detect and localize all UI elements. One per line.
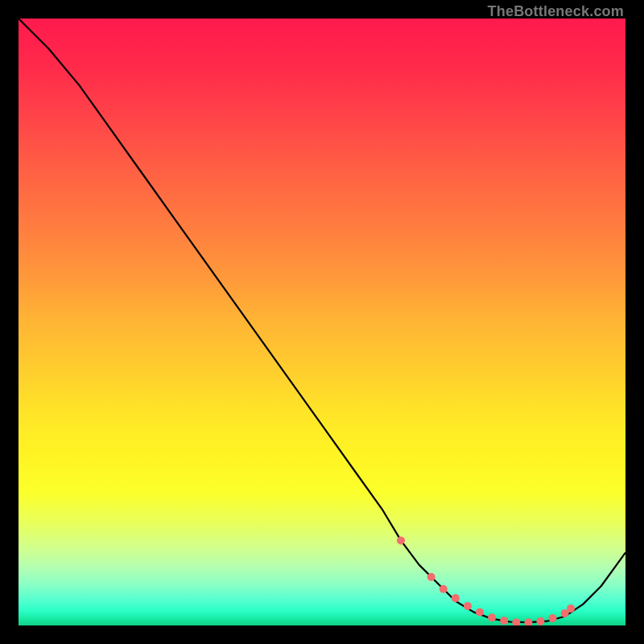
marker-dot (500, 617, 508, 625)
marker-dot (397, 536, 405, 544)
marker-dot (464, 602, 472, 610)
marker-dot (488, 613, 496, 621)
watermark-text: TheBottleneck.com (488, 3, 624, 20)
marker-dot (536, 617, 544, 625)
marker-dot (427, 573, 436, 581)
marker-dot (452, 594, 460, 602)
marker-dot (567, 605, 575, 613)
marker-dot (476, 608, 484, 616)
marker-dot (549, 614, 557, 622)
curve-path-group (19, 19, 625, 622)
marker-group (397, 536, 575, 625)
curve-path (19, 19, 625, 622)
chart-frame: TheBottleneck.com (0, 0, 644, 644)
marker-dot (561, 609, 569, 617)
marker-dot (440, 585, 448, 593)
plot-area (19, 19, 625, 625)
chart-svg (19, 19, 625, 625)
marker-dot (524, 618, 532, 625)
marker-dot (512, 618, 520, 625)
